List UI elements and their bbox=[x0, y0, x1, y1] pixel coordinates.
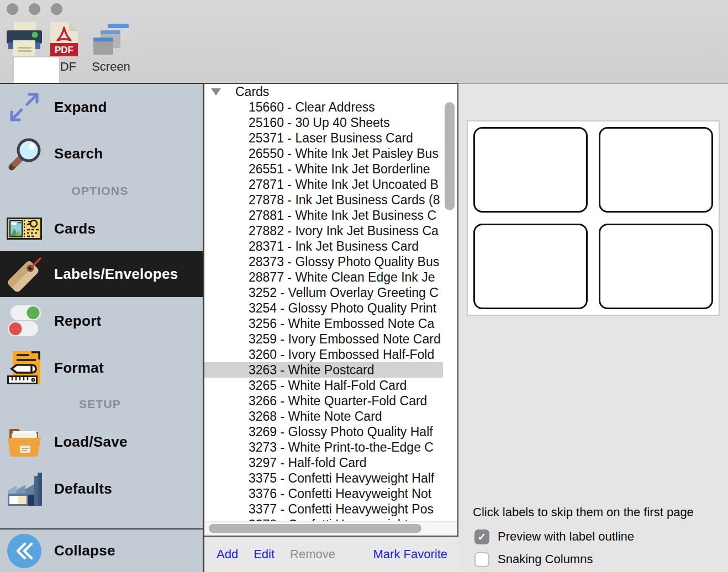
list-item-label: 3268 - White Note Card bbox=[249, 409, 382, 423]
list-item-label: 25160 - 30 Up 40 Sheets bbox=[249, 115, 390, 130]
list-item[interactable]: 3376 - Confetti Heavyweight Not bbox=[204, 486, 443, 501]
preview-panel: Click labels to skip them on the first p… bbox=[458, 83, 728, 572]
sidebar-item-load-save[interactable]: Load/Save bbox=[0, 419, 203, 465]
list-item[interactable]: 3273 - White Print-to-the-Edge C bbox=[204, 439, 443, 455]
sidebar-item-label: Format bbox=[54, 359, 104, 377]
list-item[interactable]: 3252 - Vellum Overlay Greeting C bbox=[204, 285, 443, 300]
sidebar-item-labels-envelopes[interactable]: Labels/Envelopes bbox=[0, 251, 203, 297]
list-item[interactable]: 26550 - White Ink Jet Paisley Bus bbox=[204, 146, 443, 161]
vertical-scrollbar-thumb[interactable] bbox=[445, 102, 455, 210]
list-item-label: 28877 - White Clean Edge Ink Je bbox=[249, 270, 435, 284]
edit-button[interactable]: Edit bbox=[254, 547, 275, 562]
horizontal-scrollbar-thumb[interactable] bbox=[209, 524, 421, 533]
preview-caption: Click labels to skip them on the first p… bbox=[473, 505, 694, 520]
list-footer: Add Edit Remove Mark Favorite bbox=[204, 537, 458, 572]
postcard-icon bbox=[7, 211, 42, 246]
toolbar: Print Page bbox=[0, 0, 728, 83]
sidebar-item-expand[interactable]: Expand bbox=[0, 84, 203, 130]
label-cell[interactable] bbox=[599, 224, 713, 309]
add-button[interactable]: Add bbox=[217, 547, 238, 562]
list-item-label: 3256 - White Embossed Note Ca bbox=[249, 316, 434, 331]
app-window: Print Page bbox=[0, 0, 728, 572]
list-item[interactable]: 15660 - Clear Address bbox=[204, 99, 443, 115]
tree-root-label: Cards bbox=[235, 84, 269, 99]
window-controls bbox=[7, 3, 62, 15]
magnifier-icon bbox=[7, 136, 42, 171]
label-cell[interactable] bbox=[473, 224, 588, 309]
minimize-button[interactable] bbox=[29, 3, 40, 15]
list-item[interactable]: 28373 - Glossy Photo Quality Bus bbox=[204, 254, 443, 269]
list-item-label: 28373 - Glossy Photo Quality Bus bbox=[249, 255, 439, 269]
sidebar-item-collapse[interactable]: Collapse bbox=[0, 529, 203, 572]
snaking-columns-row: ✓ Snaking Columns bbox=[474, 552, 593, 567]
label-cell[interactable] bbox=[599, 127, 713, 213]
snaking-columns-checkbox[interactable]: ✓ bbox=[474, 552, 489, 567]
preview-outline-label: Preview with label outline bbox=[498, 529, 634, 544]
list-item-label: 26550 - White Ink Jet Paisley Bus bbox=[249, 146, 439, 161]
list-item-label: 25371 - Laser Business Card bbox=[249, 131, 413, 145]
preview-outline-row: ✓ Preview with label outline bbox=[474, 529, 634, 544]
sidebar-item-label: Report bbox=[54, 313, 102, 330]
list-item[interactable]: 3268 - White Note Card bbox=[204, 409, 443, 424]
list-item[interactable]: 28371 - Ink Jet Business Card bbox=[204, 239, 443, 254]
list-item[interactable]: 3256 - White Embossed Note Ca bbox=[204, 316, 443, 331]
list-item[interactable]: 3259 - Ivory Embossed Note Card bbox=[204, 331, 443, 347]
list-item[interactable]: 3266 - White Quarter-Fold Card bbox=[204, 393, 443, 409]
remove-button: Remove bbox=[290, 547, 335, 562]
list-item[interactable]: 3254 - Glossy Photo Quality Print bbox=[204, 300, 443, 316]
list-item-label: 27881 - White Ink Jet Business C bbox=[249, 208, 436, 223]
sidebar-item-cards[interactable]: Cards bbox=[0, 206, 203, 251]
list-item[interactable]: 3265 - White Half-Fold Card bbox=[204, 378, 443, 393]
list-item[interactable]: 25371 - Laser Business Card bbox=[204, 130, 443, 146]
list-item-label: 3260 - Ivory Embossed Half-Fold bbox=[249, 347, 434, 362]
snaking-columns-label: Snaking Columns bbox=[498, 552, 593, 566]
list-item[interactable]: 3297 - Half-fold Card bbox=[204, 455, 443, 470]
sidebar-section-options: OPTIONS bbox=[0, 184, 200, 198]
list-item[interactable]: 3260 - Ivory Embossed Half-Fold bbox=[204, 347, 443, 362]
label-cell[interactable] bbox=[473, 127, 588, 213]
sidebar: Expand Search OPTIONS bbox=[0, 83, 203, 572]
list-item[interactable]: 3375 - Confetti Heavyweight Half bbox=[204, 470, 443, 486]
sidebar-item-search[interactable]: Search bbox=[0, 130, 203, 177]
toolbar-items: Print Page bbox=[4, 20, 138, 74]
list-item[interactable]: 28877 - White Clean Edge Ink Je bbox=[204, 269, 443, 285]
disclosure-triangle-icon[interactable] bbox=[211, 88, 221, 96]
screen-button[interactable]: Screen bbox=[84, 20, 138, 74]
tag-icon bbox=[7, 257, 42, 292]
sidebar-item-label: Expand bbox=[54, 99, 107, 116]
list-item-label: 26551 - White Ink Jet Borderline bbox=[249, 162, 430, 176]
sidebar-item-format[interactable]: Format bbox=[0, 345, 203, 391]
sidebar-item-defaults[interactable]: Defaults bbox=[0, 465, 203, 512]
close-button[interactable] bbox=[7, 3, 18, 15]
template-list-panel: Cards 15660 - Clear Address 25160 - 30 U… bbox=[204, 83, 458, 537]
list-item[interactable]: 25160 - 30 Up 40 Sheets bbox=[204, 115, 443, 130]
list-item-label: 27878 - Ink Jet Business Cards (8 bbox=[249, 193, 440, 207]
list-item-label: 3377 - Confetti Heavyweight Pos bbox=[249, 502, 434, 516]
expand-arrows-icon bbox=[7, 89, 42, 125]
list-item-label: 3297 - Half-fold Card bbox=[249, 456, 367, 470]
list-item-label: 27871 - White Ink Jet Uncoated B bbox=[249, 177, 439, 192]
list-item[interactable]: 27878 - Ink Jet Business Cards (8 bbox=[204, 192, 443, 208]
zoom-button[interactable] bbox=[51, 3, 62, 15]
tree-root-cards[interactable]: Cards bbox=[204, 84, 443, 99]
split-divider[interactable] bbox=[203, 83, 204, 572]
open-folder-icon bbox=[7, 424, 42, 459]
list-item-label: 3259 - Ivory Embossed Note Card bbox=[249, 332, 441, 346]
sidebar-item-label: Load/Save bbox=[54, 433, 128, 451]
sidebar-item-label: Cards bbox=[54, 220, 96, 237]
list-item[interactable]: 3269 - Glossy Photo Quality Half bbox=[204, 424, 443, 439]
template-tree: Cards 15660 - Clear Address 25160 - 30 U… bbox=[204, 84, 443, 522]
list-item[interactable]: 3263 - White Postcard bbox=[204, 362, 443, 378]
list-item-label: 3266 - White Quarter-Fold Card bbox=[249, 394, 427, 408]
horizontal-scrollbar[interactable] bbox=[204, 521, 457, 536]
sidebar-item-report[interactable]: Report bbox=[0, 297, 203, 345]
list-item[interactable]: 3377 - Confetti Heavyweight Pos bbox=[204, 501, 443, 517]
preview-outline-checkbox[interactable]: ✓ bbox=[474, 529, 489, 544]
list-item[interactable]: 27881 - White Ink Jet Business C bbox=[204, 208, 443, 223]
list-item[interactable]: 26551 - White Ink Jet Borderline bbox=[204, 161, 443, 177]
screen-windows-icon bbox=[92, 20, 130, 59]
list-item[interactable]: 27871 - White Ink Jet Uncoated B bbox=[204, 177, 443, 192]
mark-favorite-button[interactable]: Mark Favorite bbox=[373, 547, 447, 562]
list-item[interactable]: 27882 - Ivory Ink Jet Business Ca bbox=[204, 223, 443, 239]
list-item-label: 28371 - Ink Jet Business Card bbox=[249, 239, 419, 253]
